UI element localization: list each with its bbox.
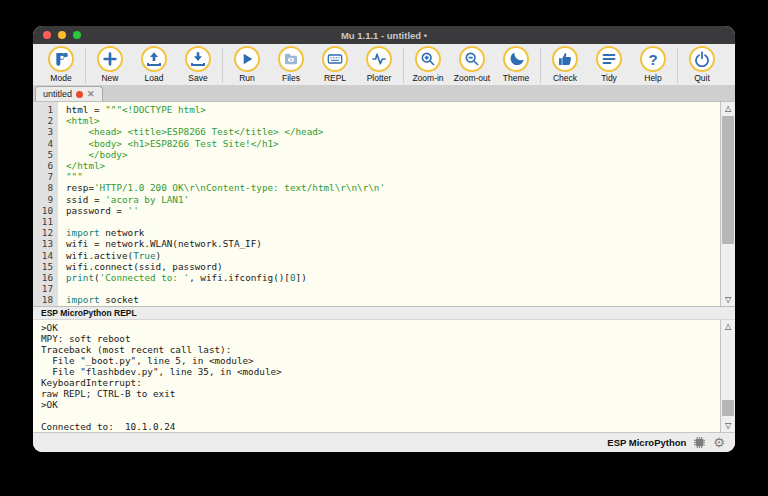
save-button[interactable]: Save: [176, 46, 220, 83]
code-line[interactable]: 3 <head> <title>ESP8266 Test</title> </h…: [33, 126, 720, 137]
line-number: 10: [33, 205, 58, 216]
toolbar-separator: [403, 48, 404, 83]
code-text: wifi.active(True): [58, 250, 161, 261]
code-line[interactable]: 7""": [33, 171, 720, 182]
code-lines[interactable]: 1html = """<!DOCTYPE html>2<html>3 <head…: [33, 102, 720, 306]
repl-line: raw REPL; CTRL-B to exit: [41, 388, 720, 399]
minimize-window-button[interactable]: [58, 31, 66, 39]
repl-scrollbar[interactable]: △ ▽: [720, 320, 735, 432]
code-line[interactable]: 17: [33, 283, 720, 294]
toolbar-separator: [540, 48, 541, 83]
run-button[interactable]: Run: [225, 46, 269, 83]
toolbar-separator: [677, 48, 678, 83]
tab-close-icon[interactable]: ✕: [87, 89, 95, 99]
code-text: [58, 216, 72, 227]
scroll-down-icon[interactable]: ▽: [721, 293, 735, 306]
code-line[interactable]: 12import network: [33, 227, 720, 238]
repl-pane[interactable]: >OKMPY: soft rebootTraceback (most recen…: [33, 320, 735, 432]
code-line[interactable]: 13wifi = network.WLAN(network.STA_IF): [33, 238, 720, 249]
close-window-button[interactable]: [43, 31, 51, 39]
line-number: 13: [33, 238, 58, 249]
code-line[interactable]: 18import socket: [33, 294, 720, 305]
scroll-up-icon[interactable]: △: [721, 102, 735, 115]
maximize-window-button[interactable]: [73, 31, 81, 39]
repl-line: File "_boot.py", line 5, in <module>: [41, 355, 720, 366]
repl-line: MPY: soft reboot: [41, 333, 720, 344]
code-line[interactable]: 10password = '': [33, 205, 720, 216]
tab-untitled[interactable]: untitled ✕: [35, 86, 103, 101]
keyboard-icon: [327, 51, 343, 67]
mode-button[interactable]: Mode: [39, 46, 83, 83]
scroll-up-icon[interactable]: △: [721, 320, 735, 333]
microchip-icon[interactable]: [693, 436, 706, 449]
code-line[interactable]: 4 <body> <h1>ESP8266 Test Site!</h1>: [33, 138, 720, 149]
line-number: 11: [33, 216, 58, 227]
check-button[interactable]: Check: [543, 46, 587, 83]
power-icon: [694, 51, 710, 67]
help-button[interactable]: ? Help: [631, 46, 675, 83]
tab-bar: untitled ✕: [33, 86, 735, 102]
waveform-icon: [371, 51, 387, 67]
gear-icon[interactable]: ⚙: [713, 436, 725, 449]
repl-scrollbar-thumb[interactable]: [722, 400, 734, 416]
repl-button[interactable]: REPL: [313, 46, 357, 83]
code-text: """: [58, 171, 83, 182]
line-number: 7: [33, 171, 58, 182]
code-line[interactable]: 14wifi.active(True): [33, 250, 720, 261]
repl-line: File "flashbdev.py", line 35, in <module…: [41, 366, 720, 377]
line-number: 4: [33, 138, 58, 149]
code-text: </body>: [58, 149, 128, 160]
tidy-button[interactable]: Tidy: [587, 46, 631, 83]
theme-button[interactable]: Theme: [494, 46, 538, 83]
line-number: 1: [33, 104, 58, 115]
code-line[interactable]: 9ssid = 'acora by LAN1': [33, 194, 720, 205]
code-editor[interactable]: 1html = """<!DOCTYPE html>2<html>3 <head…: [33, 102, 735, 306]
toolbar: Mode New Load Save Run: [33, 44, 735, 86]
code-text: import socket: [58, 294, 139, 305]
quit-button[interactable]: Quit: [680, 46, 724, 83]
tab-label: untitled: [43, 89, 72, 99]
code-text: resp='HTTP/1.0 200 OK\r\nContent-type: t…: [58, 182, 385, 193]
repl-line: KeyboardInterrupt:: [41, 377, 720, 388]
scroll-down-icon[interactable]: ▽: [721, 419, 735, 432]
repl-output[interactable]: >OKMPY: soft rebootTraceback (most recen…: [33, 320, 720, 432]
code-line[interactable]: 2<html>: [33, 115, 720, 126]
code-line[interactable]: 16print('Connected to: ', wifi.ifconfig(…: [33, 272, 720, 283]
thumbs-up-icon: [557, 51, 573, 67]
code-text: <html>: [58, 115, 100, 126]
status-bar: ESP MicroPython ⚙: [33, 432, 735, 452]
new-button[interactable]: New: [88, 46, 132, 83]
code-line[interactable]: 8resp='HTTP/1.0 200 OK\r\nContent-type: …: [33, 182, 720, 193]
line-number: 8: [33, 182, 58, 193]
line-number: 17: [33, 283, 58, 294]
line-number: 18: [33, 294, 58, 305]
zoom-out-button[interactable]: Zoom-out: [450, 46, 494, 83]
code-line[interactable]: 11: [33, 216, 720, 227]
question-icon: ?: [648, 52, 657, 67]
download-icon: [190, 51, 206, 67]
play-icon: [239, 51, 255, 67]
toolbar-separator: [222, 48, 223, 83]
code-line[interactable]: 15wifi.connect(ssid, password): [33, 261, 720, 272]
zoom-in-button[interactable]: Zoom-in: [406, 46, 450, 83]
line-number: 6: [33, 160, 58, 171]
lines-icon: [601, 51, 617, 67]
line-number: 12: [33, 227, 58, 238]
load-button[interactable]: Load: [132, 46, 176, 83]
code-text: import network: [58, 227, 144, 238]
mu-editor-window: Mu 1.1.1 - untitled • Mode New Load: [33, 26, 735, 452]
editor-scrollbar-thumb[interactable]: [722, 116, 734, 244]
line-number: 14: [33, 250, 58, 261]
code-line[interactable]: 6</html>: [33, 160, 720, 171]
code-line[interactable]: 5 </body>: [33, 149, 720, 160]
plotter-button[interactable]: Plotter: [357, 46, 401, 83]
repl-line: [41, 410, 720, 421]
editor-scrollbar[interactable]: △ ▽: [720, 102, 735, 306]
code-text: </html>: [58, 160, 105, 171]
title-bar: Mu 1.1.1 - untitled •: [33, 26, 735, 44]
moon-icon: [508, 51, 524, 67]
code-line[interactable]: 1html = """<!DOCTYPE html>: [33, 104, 720, 115]
current-mode-label: ESP MicroPython: [607, 437, 686, 448]
repl-line: Traceback (most recent call last):: [41, 344, 720, 355]
zoom-in-icon: [420, 51, 436, 67]
